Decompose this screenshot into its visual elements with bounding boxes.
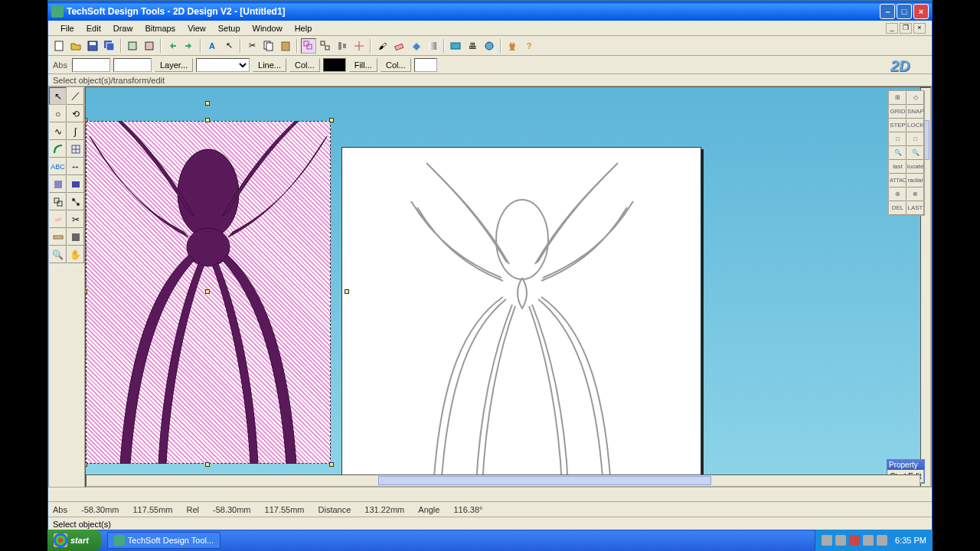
paint-tool[interactable] xyxy=(67,228,84,246)
lock-toggle[interactable]: LOCK xyxy=(906,119,924,132)
line-button[interactable]: Line... xyxy=(253,58,286,72)
hscroll-thumb[interactable] xyxy=(378,476,711,485)
zoom-in-button[interactable]: 🔍 xyxy=(889,146,906,160)
snap-toggle[interactable]: SNAP xyxy=(906,105,924,119)
ortho-button[interactable]: □ xyxy=(889,132,906,146)
cursor-button[interactable]: ↖ xyxy=(221,38,237,54)
shape-tool[interactable] xyxy=(49,140,67,158)
titlebar[interactable]: TechSoft Design Tools - 2D Design V2 - [… xyxy=(48,2,932,21)
spider-outline[interactable] xyxy=(342,148,702,486)
canvas[interactable]: ⊞◇ GRIDSNAP STEPLOCK □□ 🔍🔍 lastlocate AT… xyxy=(85,86,932,487)
save-all-button[interactable] xyxy=(102,38,117,54)
last2-button[interactable]: LAST xyxy=(906,201,924,215)
resize-handle-sw[interactable] xyxy=(85,462,87,467)
paste-button[interactable] xyxy=(278,38,293,54)
tray-icon-1[interactable] xyxy=(822,535,832,546)
abs-x-input[interactable] xyxy=(72,58,110,72)
mdi-close-button[interactable]: × xyxy=(913,23,926,34)
taskbar-app-button[interactable]: TechSoft Design Tool... xyxy=(107,532,220,549)
redo-button[interactable] xyxy=(181,38,197,54)
horizontal-scrollbar[interactable] xyxy=(86,474,920,487)
pan-tool[interactable]: ✋ xyxy=(67,246,84,263)
line-color-swatch[interactable] xyxy=(323,58,346,72)
resize-handle-w[interactable] xyxy=(85,289,87,294)
zoom-out-button[interactable]: 🔍 xyxy=(906,146,924,160)
node-tool[interactable] xyxy=(67,193,84,210)
locate-button[interactable]: locate xyxy=(906,160,924,174)
rotate-handle-top[interactable] xyxy=(205,101,210,106)
text-tool-button[interactable]: A xyxy=(204,38,220,54)
misc1-button[interactable]: ⊕ xyxy=(889,187,906,201)
new-button[interactable] xyxy=(51,38,67,54)
undo-button[interactable] xyxy=(165,38,180,54)
measure-tool[interactable] xyxy=(49,228,67,246)
close-button[interactable]: × xyxy=(913,4,929,19)
spline-tool[interactable]: ∫ xyxy=(67,122,84,140)
center-handle[interactable] xyxy=(205,289,210,294)
grid-tool[interactable] xyxy=(67,140,84,158)
dimension-tool[interactable]: ↔ xyxy=(67,158,84,175)
minimize-button[interactable]: － xyxy=(880,4,895,19)
arc-tool[interactable]: ⟲ xyxy=(67,105,84,122)
line-tool[interactable]: ／ xyxy=(67,87,84,105)
gradient-button[interactable] xyxy=(425,38,440,54)
plot-button[interactable] xyxy=(482,38,497,54)
menu-view[interactable]: View xyxy=(181,22,212,34)
copy-button[interactable] xyxy=(261,38,276,54)
rect-tool[interactable] xyxy=(67,175,84,193)
settings-button[interactable] xyxy=(505,38,520,54)
abs-y-input[interactable] xyxy=(113,58,152,72)
trim-tool[interactable]: ✂ xyxy=(67,210,84,228)
resize-handle-s[interactable] xyxy=(205,462,210,467)
menu-bitmaps[interactable]: Bitmaps xyxy=(139,22,181,34)
ungroup-button[interactable] xyxy=(318,38,333,54)
open-button[interactable] xyxy=(68,38,83,54)
resize-handle-se[interactable] xyxy=(329,462,334,467)
save-button[interactable] xyxy=(85,38,100,54)
layer-button[interactable]: Layer... xyxy=(155,58,193,72)
fill-style-button[interactable]: Fill... xyxy=(349,58,377,72)
del-button[interactable]: DEL xyxy=(889,201,906,215)
layer-select[interactable] xyxy=(196,58,250,72)
tray-icon-4[interactable] xyxy=(863,535,874,546)
print-button[interactable]: 🖶 xyxy=(465,38,480,54)
grid-toggle[interactable]: GRID xyxy=(889,105,906,119)
brush-button[interactable]: 🖌 xyxy=(374,38,390,54)
system-tray[interactable]: 6:35 PM xyxy=(815,530,933,551)
menu-help[interactable]: Help xyxy=(289,22,318,34)
line-col-button[interactable]: Col... xyxy=(289,58,320,72)
text-tool[interactable]: ABC xyxy=(49,158,67,175)
tray-icon-5[interactable] xyxy=(877,535,887,546)
transform-tool[interactable] xyxy=(49,193,67,210)
menu-file[interactable]: File xyxy=(54,22,80,34)
menu-draw[interactable]: Draw xyxy=(107,22,139,34)
grid-display-button[interactable]: ⊞ xyxy=(889,91,906,105)
distribute-button[interactable] xyxy=(351,38,367,54)
guides-button[interactable]: ◇ xyxy=(906,91,924,105)
selected-bitmap[interactable] xyxy=(86,121,331,464)
tray-icon-2[interactable] xyxy=(835,535,846,546)
last-button[interactable]: last xyxy=(889,160,906,174)
align-button[interactable] xyxy=(335,38,350,54)
menu-setup[interactable]: Setup xyxy=(212,22,247,34)
radial-button[interactable]: radial xyxy=(906,174,924,187)
mdi-minimize-button[interactable]: _ xyxy=(886,23,898,34)
preview-button[interactable] xyxy=(448,38,463,54)
help-button[interactable]: ? xyxy=(521,38,537,54)
menu-edit[interactable]: Edit xyxy=(80,22,107,34)
clock[interactable]: 6:35 PM xyxy=(895,536,926,545)
menu-window[interactable]: Window xyxy=(247,22,289,34)
fill-color-swatch[interactable] xyxy=(414,58,437,72)
artboard[interactable] xyxy=(341,147,701,485)
import-button[interactable] xyxy=(125,38,140,54)
eraser-button[interactable] xyxy=(391,38,407,54)
step-toggle[interactable]: STEP xyxy=(889,119,906,132)
select-tool[interactable]: ↖ xyxy=(49,87,67,105)
fill-button[interactable] xyxy=(408,38,423,54)
resize-handle-nw[interactable] xyxy=(85,118,87,122)
fill-col-button[interactable]: Col... xyxy=(381,58,411,72)
circle-tool[interactable]: ○ xyxy=(49,105,67,122)
misc2-button[interactable]: ⊗ xyxy=(906,187,924,201)
group-button[interactable] xyxy=(301,38,316,54)
export-button[interactable] xyxy=(142,38,157,54)
